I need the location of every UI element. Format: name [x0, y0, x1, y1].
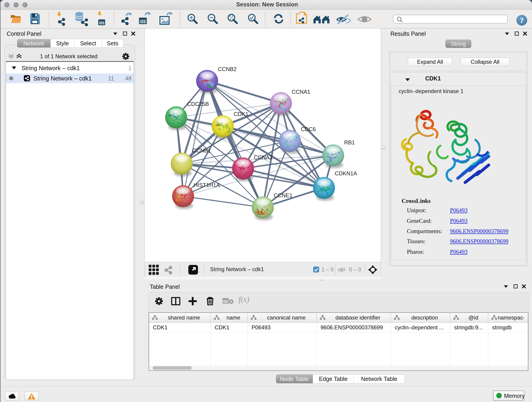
svg-text:CCNA1: CCNA1 [292, 89, 310, 95]
svg-text:RB1: RB1 [344, 139, 355, 146]
svg-text:CDC25B: CDC25B [187, 101, 209, 107]
svg-text:CDK1: CDK1 [234, 111, 248, 117]
svg-text:HIST1H1A: HIST1H1A [194, 182, 220, 188]
svg-text:CCNA2: CCNA2 [254, 154, 272, 160]
svg-text:CCNB2: CCNB2 [218, 66, 236, 72]
svg-text:CDC6: CDC6 [301, 126, 316, 132]
svg-text:CDKN1A: CDKN1A [335, 170, 357, 177]
svg-text:CCNB1: CCNB1 [192, 147, 211, 153]
svg-text:CCNE1: CCNE1 [274, 192, 292, 198]
